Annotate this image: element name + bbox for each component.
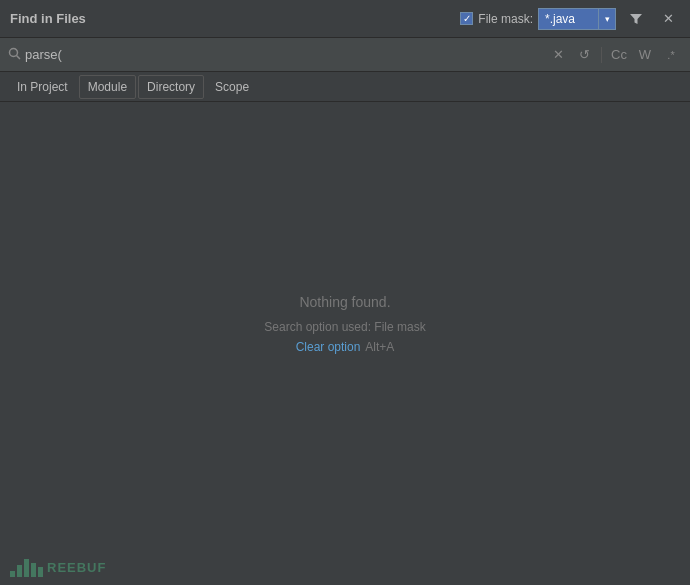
whole-words-icon: W — [639, 47, 651, 62]
file-mask-input-wrapper: ▾ — [538, 8, 616, 30]
close-icon: ✕ — [663, 11, 674, 26]
search-input[interactable] — [25, 47, 543, 62]
file-mask-checkbox[interactable] — [460, 12, 473, 25]
file-mask-input[interactable] — [538, 8, 598, 30]
search-separator — [601, 47, 602, 63]
tab-in-project[interactable]: In Project — [8, 75, 77, 99]
whole-words-button[interactable]: W — [634, 44, 656, 66]
nothing-found-text: Nothing found. — [299, 294, 390, 310]
clear-search-button[interactable]: ✕ — [547, 44, 569, 66]
watermark-bar-3 — [24, 559, 29, 577]
filter-button[interactable] — [624, 7, 648, 31]
watermark-bar-2 — [17, 565, 22, 577]
watermark-bar-1 — [10, 571, 15, 577]
scope-tabs: In Project Module Directory Scope — [0, 72, 690, 102]
history-icon: ↺ — [579, 47, 590, 62]
watermark-bar-4 — [31, 563, 36, 577]
search-option-text: Search option used: File mask — [264, 320, 425, 334]
watermark-bar-5 — [38, 567, 43, 577]
tab-module[interactable]: Module — [79, 75, 136, 99]
svg-point-0 — [10, 48, 18, 56]
search-bar: ✕ ↺ Cc W .* — [0, 38, 690, 72]
watermark-text: REEBUF — [47, 560, 106, 575]
toolbar-title: Find in Files — [10, 11, 86, 26]
svg-line-1 — [17, 55, 21, 59]
search-history-button[interactable]: ↺ — [573, 44, 595, 66]
search-icon — [8, 47, 21, 63]
regex-button[interactable]: .* — [660, 44, 682, 66]
close-button[interactable]: ✕ — [656, 7, 680, 31]
clear-option-link[interactable]: Clear option — [296, 340, 361, 354]
watermark: REEBUF — [10, 557, 106, 577]
regex-icon: .* — [667, 49, 674, 61]
case-sensitive-icon: Cc — [611, 47, 627, 62]
clear-option-shortcut: Alt+A — [365, 340, 394, 354]
watermark-logo — [10, 557, 43, 577]
main-content: Nothing found. Search option used: File … — [0, 102, 690, 545]
tab-scope[interactable]: Scope — [206, 75, 258, 99]
toolbar: Find in Files File mask: ▾ ✕ — [0, 0, 690, 38]
clear-option-container: Clear option Alt+A — [296, 340, 395, 354]
file-mask-dropdown-button[interactable]: ▾ — [598, 8, 616, 30]
file-mask-label: File mask: — [478, 12, 533, 26]
tab-directory[interactable]: Directory — [138, 75, 204, 99]
file-mask-container: File mask: ▾ — [460, 8, 616, 30]
case-sensitive-button[interactable]: Cc — [608, 44, 630, 66]
clear-search-icon: ✕ — [553, 47, 564, 62]
